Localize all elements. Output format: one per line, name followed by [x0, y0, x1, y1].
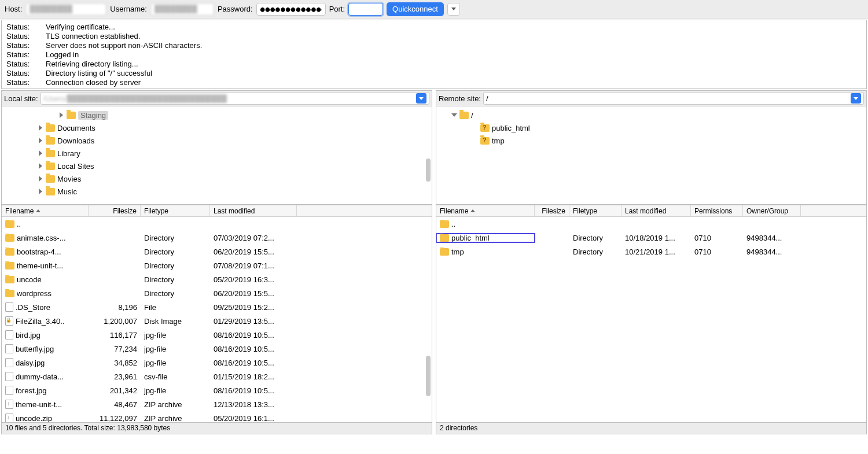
col-owner-group[interactable]: Owner/Group — [743, 205, 801, 216]
scrollbar-thumb[interactable] — [426, 356, 431, 396]
file-name: bootstrap-4... — [17, 248, 61, 256]
port-input[interactable] — [348, 3, 383, 16]
file-row[interactable]: animate.css-...Directory07/03/2019 07:2.… — [2, 231, 432, 245]
file-modified: 05/20/2019 16:1... — [210, 414, 297, 423]
host-input[interactable] — [25, 3, 106, 16]
file-size: 11,122,097 — [89, 414, 141, 423]
local-status-bar: 10 files and 5 directories. Total size: … — [2, 422, 432, 434]
log-label: Status: — [6, 50, 35, 60]
remote-file-list[interactable]: Filename Filesize Filetype Last modified… — [436, 205, 867, 434]
local-site-label: Local site: — [4, 94, 38, 103]
tree-item[interactable]: Movies — [2, 172, 432, 185]
file-name: theme-unit-t... — [16, 400, 62, 409]
remote-path-combo[interactable]: / — [483, 92, 864, 105]
file-row[interactable]: theme-unit-t...Directory07/08/2019 07:1.… — [2, 259, 432, 272]
chevron-down-icon — [854, 97, 858, 100]
log-message: Retrieving directory listing... — [46, 60, 138, 69]
tree-label: Library — [57, 149, 80, 158]
quickconnect-history-button[interactable] — [447, 3, 460, 16]
file-row[interactable]: FileZilla_3.40..1,200,007Disk Image01/29… — [2, 314, 432, 328]
disclosure-triangle-icon[interactable] — [58, 112, 64, 118]
file-row[interactable]: public_htmlDirectory10/18/2019 1...07109… — [436, 231, 866, 245]
disclosure-triangle-icon[interactable] — [38, 125, 43, 131]
disclosure-triangle-icon[interactable] — [38, 150, 43, 156]
folder-icon — [440, 220, 449, 228]
folder-icon — [5, 234, 14, 242]
disclosure-triangle-icon[interactable] — [38, 189, 43, 194]
file-type: Disk Image — [141, 317, 210, 326]
log-row: Status:TLS connection established. — [6, 32, 862, 41]
remote-tree[interactable]: /public_htmltmp — [436, 106, 867, 205]
file-row[interactable]: forest.jpg201,342jpg-file08/16/2019 10:5… — [2, 383, 432, 397]
col-last-modified[interactable]: Last modified — [210, 205, 297, 216]
disclosure-triangle-icon[interactable] — [38, 138, 43, 143]
file-size: 201,342 — [89, 386, 141, 395]
log-label: Status: — [6, 78, 35, 87]
tree-item[interactable]: Downloads — [2, 134, 432, 147]
disclosure-triangle-icon[interactable] — [38, 176, 43, 182]
port-label: Port: — [329, 5, 345, 13]
file-row[interactable]: .. — [436, 217, 866, 231]
remote-path-dropdown-button[interactable] — [851, 93, 861, 104]
file-row[interactable]: tmpDirectory10/21/2019 1...07109498344..… — [436, 245, 866, 259]
col-permissions[interactable]: Permissions — [691, 205, 743, 216]
remote-pane: Remote site: / /public_htmltmp Filename … — [436, 90, 867, 434]
file-row[interactable]: .DS_Store8,196File09/25/2019 15:2... — [2, 300, 432, 314]
log-row: Status:Verifying certificate... — [6, 23, 862, 32]
file-name: uncode.zip — [16, 414, 52, 423]
file-type: ZIP archive — [141, 414, 210, 423]
col-last-modified[interactable]: Last modified — [621, 205, 691, 216]
col-filesize[interactable]: Filesize — [535, 205, 569, 216]
file-icon — [5, 330, 13, 339]
local-file-list[interactable]: Filename Filesize Filetype Last modified… — [1, 205, 432, 434]
disclosure-triangle-icon[interactable] — [38, 163, 43, 169]
tree-item[interactable]: public_html — [436, 121, 866, 134]
folder-icon — [46, 175, 55, 183]
local-tree[interactable]: StagingDocumentsDownloadsLibraryLocal Si… — [1, 106, 432, 205]
folder-icon — [46, 188, 55, 195]
file-name: dummy-data... — [16, 372, 64, 381]
tree-item[interactable]: Library — [2, 147, 432, 160]
tree-item[interactable]: tmp — [436, 134, 866, 147]
file-row[interactable]: bootstrap-4...Directory06/20/2019 15:5..… — [2, 245, 432, 259]
file-name: .. — [451, 220, 455, 228]
tree-item[interactable]: Staging — [2, 109, 432, 121]
log-label: Status: — [6, 32, 35, 41]
quickconnect-button[interactable]: Quickconnect — [387, 2, 444, 16]
folder-icon — [5, 276, 14, 283]
col-filename[interactable]: Filename — [2, 205, 89, 216]
file-owner: 9498344... — [743, 234, 801, 242]
file-modified: 08/16/2019 10:5... — [210, 331, 297, 339]
col-filetype[interactable]: Filetype — [141, 205, 210, 216]
local-path-combo[interactable]: /Users/██████████████████████████████ — [41, 92, 429, 105]
password-input[interactable] — [256, 3, 326, 16]
file-row[interactable]: bird.jpg116,177jpg-file08/16/2019 10:5..… — [2, 328, 432, 342]
file-row[interactable]: uncode.zip11,122,097ZIP archive05/20/201… — [2, 411, 432, 422]
file-permissions: 0710 — [691, 234, 743, 242]
file-row[interactable]: daisy.jpg34,852jpg-file08/16/2019 10:5..… — [2, 356, 432, 370]
file-row[interactable]: theme-unit-t...48,467ZIP archive12/13/20… — [2, 397, 432, 411]
file-row[interactable]: butterfly.jpg77,234jpg-file08/16/2019 10… — [2, 342, 432, 356]
tree-item[interactable]: Local Sites — [2, 160, 432, 172]
file-size: 48,467 — [89, 400, 141, 409]
file-row[interactable]: uncodeDirectory05/20/2019 16:3... — [2, 272, 432, 286]
tree-item[interactable]: Music — [2, 185, 432, 198]
file-name: butterfly.jpg — [16, 345, 54, 353]
local-path-dropdown-button[interactable] — [416, 93, 426, 104]
col-filetype[interactable]: Filetype — [569, 205, 621, 216]
file-modified: 07/03/2019 07:2... — [210, 234, 297, 242]
folder-icon — [46, 163, 55, 170]
tree-label: / — [471, 111, 473, 120]
file-row[interactable]: wordpressDirectory06/20/2019 15:5... — [2, 286, 432, 300]
tree-item[interactable]: Documents — [2, 121, 432, 134]
file-name: .. — [17, 220, 21, 228]
username-input[interactable] — [150, 3, 214, 16]
col-filename[interactable]: Filename — [436, 205, 535, 216]
tree-item[interactable]: / — [436, 109, 866, 121]
file-row[interactable]: .. — [2, 217, 432, 231]
folder-icon — [5, 248, 14, 256]
scrollbar-thumb[interactable] — [426, 158, 431, 182]
disclosure-triangle-icon[interactable] — [451, 112, 457, 118]
col-filesize[interactable]: Filesize — [89, 205, 141, 216]
file-row[interactable]: dummy-data...23,961csv-file01/15/2019 18… — [2, 370, 432, 383]
